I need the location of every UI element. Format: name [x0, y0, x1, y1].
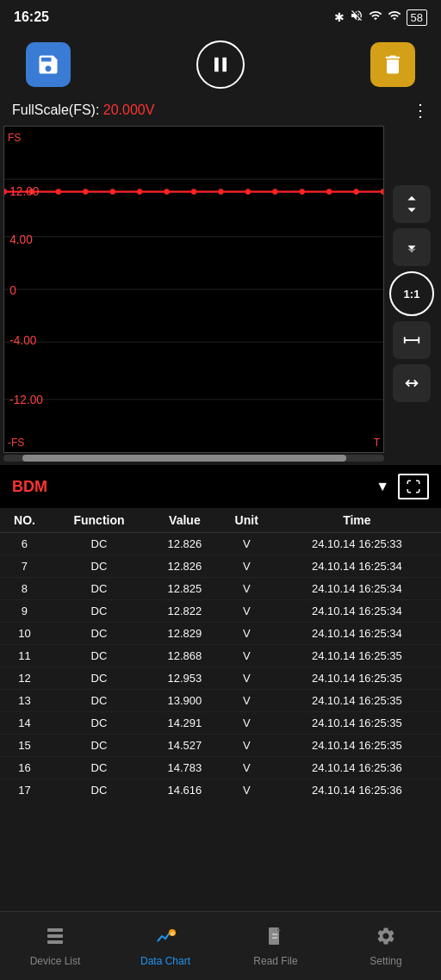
table-cell: 6	[0, 533, 49, 555]
table-row: 16DC14.783V24.10.14 16:25:36	[0, 757, 441, 779]
table-cell: DC	[49, 533, 149, 555]
bdm-bar: BDM ▼	[0, 465, 441, 508]
svg-text:4.00: 4.00	[9, 232, 33, 245]
battery-icon: 58	[407, 9, 427, 26]
table-cell: 12.826	[149, 533, 220, 555]
svg-point-13	[218, 189, 223, 195]
nav-data-chart-label: Data Chart	[140, 955, 190, 967]
device-list-icon	[45, 926, 65, 952]
nav-data-chart[interactable]: ⏱ Data Chart	[110, 921, 220, 972]
svg-point-9	[110, 189, 115, 195]
nav-device-list[interactable]: Device List	[0, 921, 110, 972]
setting-icon	[376, 926, 396, 952]
table-cell: 12.825	[149, 578, 220, 600]
bluetooth-icon: ✱	[334, 10, 345, 24]
scrollbar-thumb[interactable]	[22, 455, 346, 462]
signal-icon	[369, 9, 382, 26]
save-button[interactable]	[26, 42, 71, 87]
table-row: 11DC12.868V24.10.14 16:25:35	[0, 645, 441, 667]
table-cell: 16	[0, 757, 49, 779]
table-cell: V	[220, 712, 273, 735]
status-time: 16:25	[14, 9, 49, 25]
table-cell: V	[220, 690, 273, 712]
chart-wrap: FS	[3, 126, 384, 462]
nav-read-file[interactable]: Read File	[220, 921, 331, 972]
delete-button[interactable]	[370, 42, 415, 87]
table-cell: 9	[0, 600, 49, 623]
bdm-expand-button[interactable]	[398, 474, 429, 499]
table-cell: V	[220, 600, 273, 623]
more-options-button[interactable]: ⋮	[412, 100, 429, 121]
table-cell: DC	[49, 735, 149, 757]
nav-setting-label: Setting	[370, 955, 401, 967]
table-cell: V	[220, 667, 273, 690]
ratio-button[interactable]: 1:1	[389, 271, 434, 316]
data-table-container[interactable]: NO. Function Value Unit Time 6DC12.826V2…	[0, 508, 441, 797]
table-row: 17DC14.616V24.10.14 16:25:36	[0, 779, 441, 797]
table-row: 6DC12.826V24.10.14 16:25:33	[0, 533, 441, 555]
table-cell: 13.900	[149, 690, 220, 712]
svg-point-19	[381, 189, 383, 195]
toolbar	[0, 34, 441, 95]
table-cell: V	[220, 555, 273, 578]
t-label: T	[374, 437, 380, 449]
svg-rect-31	[47, 940, 63, 944]
table-header: NO. Function Value Unit Time	[0, 508, 441, 533]
table-cell: 24.10.14 16:25:34	[273, 555, 441, 578]
table-cell: 24.10.14 16:25:35	[273, 735, 441, 757]
table-row: 9DC12.822V24.10.14 16:25:34	[0, 600, 441, 623]
table-cell: 11	[0, 645, 49, 667]
table-row: 8DC12.825V24.10.14 16:25:34	[0, 578, 441, 600]
svg-text:0: 0	[9, 282, 16, 296]
table-cell: 12.829	[149, 623, 220, 645]
table-cell: DC	[49, 667, 149, 690]
table-row: 12DC12.953V24.10.14 16:25:35	[0, 667, 441, 690]
table-row: 15DC14.527V24.10.14 16:25:35	[0, 735, 441, 757]
svg-point-10	[137, 189, 142, 195]
chart-scrollbar[interactable]	[3, 455, 384, 462]
table-cell: 15	[0, 735, 49, 757]
table-cell: 24.10.14 16:25:35	[273, 712, 441, 735]
table-cell: 24.10.14 16:25:36	[273, 779, 441, 797]
data-chart-icon: ⏱	[155, 926, 176, 952]
status-bar: 16:25 ✱ 58	[0, 0, 441, 34]
table-cell: DC	[49, 623, 149, 645]
pause-button[interactable]	[196, 40, 245, 89]
chart-section: FS	[0, 126, 441, 462]
fullscale-info: FullScale(FS): 20.000V	[12, 102, 154, 118]
table-cell: V	[220, 533, 273, 555]
zoom-y-up-button[interactable]	[393, 185, 431, 223]
bottom-nav: Device List ⏱ Data Chart Read File	[0, 911, 441, 980]
table-row: 13DC13.900V24.10.14 16:25:35	[0, 690, 441, 712]
table-cell: 7	[0, 555, 49, 578]
wifi-icon	[388, 9, 401, 26]
svg-point-5	[4, 189, 7, 195]
svg-point-17	[326, 189, 332, 195]
zoom-x-compress-button[interactable]	[393, 364, 431, 402]
svg-rect-30	[47, 934, 63, 938]
table-cell: 24.10.14 16:25:34	[273, 600, 441, 623]
nav-setting[interactable]: Setting	[331, 921, 441, 972]
zoom-y-down-button[interactable]	[393, 228, 431, 266]
svg-point-16	[300, 189, 305, 195]
table-cell: 12.868	[149, 645, 220, 667]
zoom-x-expand-button[interactable]	[393, 321, 431, 359]
table-cell: 12	[0, 667, 49, 690]
table-cell: DC	[49, 757, 149, 779]
table-cell: 24.10.14 16:25:33	[273, 533, 441, 555]
table-cell: 14.616	[149, 779, 220, 797]
nav-device-list-label: Device List	[30, 955, 81, 967]
table-cell: 13	[0, 690, 49, 712]
table-row: 10DC12.829V24.10.14 16:25:34	[0, 623, 441, 645]
ratio-label: 1:1	[404, 288, 420, 301]
bdm-dropdown-button[interactable]: ▼	[376, 479, 389, 494]
table-cell: 24.10.14 16:25:35	[273, 667, 441, 690]
table-cell: 24.10.14 16:25:35	[273, 690, 441, 712]
table-cell: DC	[49, 600, 149, 623]
table-cell: DC	[49, 555, 149, 578]
table-cell: V	[220, 578, 273, 600]
table-cell: 8	[0, 578, 49, 600]
fullscale-label: FullScale(FS):	[12, 102, 99, 117]
chart-canvas[interactable]: FS	[3, 126, 384, 453]
col-time: Time	[273, 508, 441, 533]
